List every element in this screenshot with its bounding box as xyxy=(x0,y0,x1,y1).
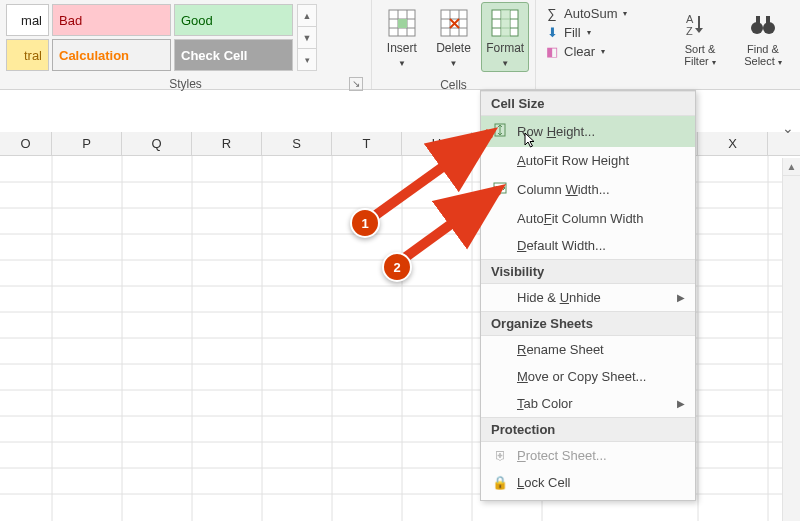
ribbon: mal Bad Good tral Calculation Check Cell… xyxy=(0,0,800,90)
svg-rect-18 xyxy=(501,10,510,37)
menu-item-autofit-column-width[interactable]: AutoFit Column Width xyxy=(481,205,695,232)
fill-button[interactable]: ⬇ Fill ▾ xyxy=(542,23,593,42)
delete-label: Delete xyxy=(436,41,471,55)
menu-item-tab-color[interactable]: Tab Color ▶ xyxy=(481,390,695,417)
style-tile-check-cell[interactable]: Check Cell xyxy=(174,39,293,71)
sort-filter-button[interactable]: AZ Sort &Filter ▾ xyxy=(672,4,728,70)
lock-icon: 🔒 xyxy=(491,475,509,490)
format-dropdown-menu: Cell Size Row Height... AutoFit Row Heig… xyxy=(480,90,696,501)
svg-text:Z: Z xyxy=(686,25,693,37)
style-tile-bad[interactable]: Bad xyxy=(52,4,171,36)
format-label: Format xyxy=(486,41,524,55)
column-header-S[interactable]: S xyxy=(262,132,332,155)
binoculars-icon xyxy=(735,7,791,43)
chevron-right-icon: ▶ xyxy=(677,292,685,303)
style-tile-good[interactable]: Good xyxy=(174,4,293,36)
find-select-label: Find &Select xyxy=(744,43,779,67)
dropdown-icon: ▼ xyxy=(398,59,406,68)
menu-item-default-width[interactable]: Default Width... xyxy=(481,232,695,259)
insert-button[interactable]: Insert▼ xyxy=(378,2,426,72)
sigma-icon: ∑ xyxy=(544,6,560,21)
styles-gallery-expander: ▲ ▼ ▾ xyxy=(297,4,317,71)
clear-button[interactable]: ◧ Clear ▾ xyxy=(542,42,607,61)
dropdown-icon: ▾ xyxy=(712,58,716,67)
dropdown-icon: ▼ xyxy=(501,59,509,68)
styles-dialog-launcher-icon[interactable]: ↘ xyxy=(349,77,363,91)
svg-rect-24 xyxy=(766,16,770,24)
sortfind-group: AZ Sort &Filter ▾ Find &Select ▾ xyxy=(666,0,800,89)
menu-item-autofit-row-height[interactable]: AutoFit Row Height xyxy=(481,147,695,174)
insert-label: Insert xyxy=(387,41,417,55)
gallery-more-icon[interactable]: ▾ xyxy=(298,49,316,70)
delete-button[interactable]: Delete▼ xyxy=(430,2,478,72)
column-header-R[interactable]: R xyxy=(192,132,262,155)
chevron-right-icon: ▶ xyxy=(677,398,685,409)
svg-rect-23 xyxy=(756,16,760,24)
svg-rect-5 xyxy=(398,19,407,28)
column-header-U[interactable]: U xyxy=(402,132,472,155)
dropdown-icon: ▾ xyxy=(778,58,782,67)
scroll-up-icon[interactable]: ▲ xyxy=(783,158,800,176)
format-cells-icon xyxy=(482,5,528,41)
delete-cells-icon xyxy=(431,5,477,41)
styles-group-label: Styles ↘ xyxy=(6,71,365,93)
autosum-button[interactable]: ∑ AutoSum ▾ xyxy=(542,4,629,23)
menu-section-organize-sheets: Organize Sheets xyxy=(481,311,695,336)
find-select-button[interactable]: Find &Select ▾ xyxy=(734,4,792,70)
dropdown-icon: ▾ xyxy=(601,47,605,56)
insert-cells-icon xyxy=(379,5,425,41)
column-header-P[interactable]: P xyxy=(52,132,122,155)
gallery-down-icon[interactable]: ▼ xyxy=(298,27,316,49)
dropdown-icon: ▾ xyxy=(623,9,627,18)
sort-filter-label: Sort &Filter xyxy=(684,43,715,67)
menu-item-move-copy-sheet[interactable]: Move or Copy Sheet... xyxy=(481,363,695,390)
menu-item-hide-unhide[interactable]: Hide & Unhide ▶ xyxy=(481,284,695,311)
menu-item-protect-sheet[interactable]: ⛨ Protect Sheet... xyxy=(481,442,695,469)
menu-item-lock-cell[interactable]: 🔒 Lock Cell xyxy=(481,469,695,496)
editing-group: ∑ AutoSum ▾ ⬇ Fill ▾ ◧ Clear ▾ xyxy=(536,0,666,89)
svg-text:A: A xyxy=(686,13,694,25)
dropdown-icon: ▼ xyxy=(450,59,458,68)
shield-icon: ⛨ xyxy=(491,448,509,463)
menu-item-row-height[interactable]: Row Height... xyxy=(481,116,695,147)
menu-item-rename-sheet[interactable]: Rename Sheet xyxy=(481,336,695,363)
callout-1: 1 xyxy=(350,208,380,238)
format-button[interactable]: Format▼ xyxy=(481,2,529,72)
vertical-scrollbar[interactable]: ▲ xyxy=(782,158,800,521)
menu-item-column-width[interactable]: Column Width... xyxy=(481,174,695,205)
menu-section-visibility: Visibility xyxy=(481,259,695,284)
styles-gallery: mal Bad Good tral Calculation Check Cell xyxy=(6,0,293,71)
menu-section-protection: Protection xyxy=(481,417,695,442)
sort-filter-icon: AZ xyxy=(673,7,727,43)
column-header-X[interactable]: X xyxy=(698,132,768,155)
menu-section-cell-size: Cell Size xyxy=(481,91,695,116)
dropdown-icon: ▾ xyxy=(587,28,591,37)
row-height-icon xyxy=(491,122,509,141)
column-header-T[interactable]: T xyxy=(332,132,402,155)
fill-down-icon: ⬇ xyxy=(544,25,560,40)
gallery-up-icon[interactable]: ▲ xyxy=(298,5,316,27)
style-tile-normal[interactable]: mal xyxy=(6,4,49,36)
style-tile-calculation[interactable]: Calculation xyxy=(52,39,171,71)
callout-2: 2 xyxy=(382,252,412,282)
column-header-Q[interactable]: Q xyxy=(122,132,192,155)
style-tile-neutral[interactable]: tral xyxy=(6,39,49,71)
ribbon-collapse-icon[interactable]: ⌄ xyxy=(782,120,794,136)
column-header-O[interactable]: O xyxy=(0,132,52,155)
styles-group: mal Bad Good tral Calculation Check Cell… xyxy=(0,0,372,89)
eraser-icon: ◧ xyxy=(544,44,560,59)
cells-group: Insert▼ Delete▼ Format▼ Cells xyxy=(372,0,536,89)
column-width-icon xyxy=(491,180,509,199)
